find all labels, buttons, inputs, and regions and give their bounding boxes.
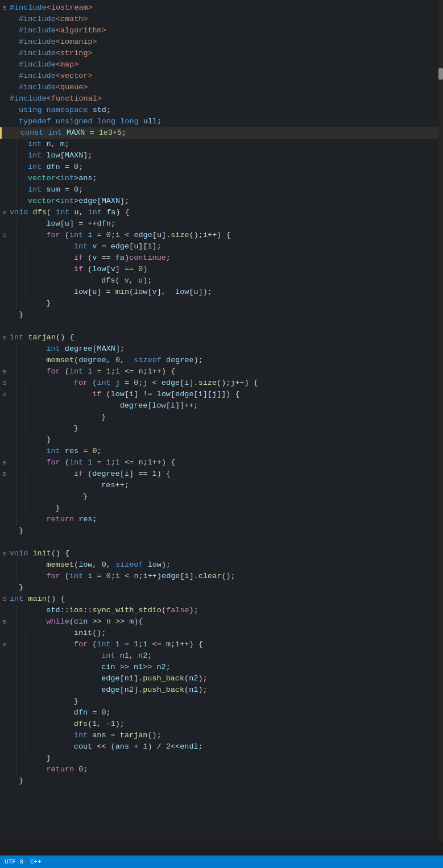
code-token: }: [35, 502, 443, 514]
code-token: if (v == fa)continue;: [35, 252, 443, 264]
code-token: }: [16, 525, 443, 537]
indent-guide: [7, 673, 16, 684]
indent-guide: [7, 36, 16, 48]
code-token: #include<string>: [16, 48, 443, 59]
indent-guide: [26, 423, 35, 434]
code-line: ⊟ for (int i = 1;i <= n;i++) {: [0, 457, 443, 468]
indent-guide: [7, 59, 16, 70]
indent-guide: [7, 116, 16, 127]
fold-collapse-icon[interactable]: ⊟: [2, 230, 7, 241]
code-editor[interactable]: ⊟#include<iostream> #include<cmath> #inc…: [0, 0, 443, 841]
indent-guide: [16, 719, 26, 730]
scrollbar[interactable]: [438, 0, 443, 841]
code-line: int ans = tarjan();: [0, 730, 443, 741]
code-token: int dfn = 0;: [26, 161, 443, 173]
code-line: }: [0, 491, 443, 502]
code-token: low[u] = min(low[v], low[u]);: [35, 286, 443, 298]
code-token: }: [26, 434, 443, 446]
code-token: if (low[v] == 0): [35, 264, 443, 275]
code-token: memset(low, 0, sizeof low);: [26, 559, 443, 571]
code-token: void init() {: [7, 548, 443, 559]
code-token: int ans = tarjan();: [35, 730, 443, 741]
code-token: #include<iostream>: [7, 2, 443, 14]
indent-guide: [7, 48, 16, 59]
indent-guide: [7, 298, 16, 309]
code-line: }: [0, 309, 443, 321]
indent-guide: [16, 684, 26, 696]
indent-guide: [7, 105, 16, 116]
fold-collapse-icon[interactable]: ⊟: [2, 389, 7, 400]
code-token: #include<iomanip>: [16, 36, 443, 48]
code-line: int low[MAXN];: [0, 150, 443, 161]
indent-guide: [7, 70, 16, 82]
code-line: #include<queue>: [0, 82, 443, 93]
code-line: ⊟ for (int i = 1;i <= m;i++) {: [0, 639, 443, 650]
code-token: }: [16, 582, 443, 593]
fold-collapse-icon[interactable]: ⊟: [2, 366, 7, 377]
indent-guide: [7, 252, 16, 264]
code-token: res++;: [44, 480, 443, 491]
code-line: #include<iomanip>: [0, 36, 443, 48]
fold-collapse-icon[interactable]: ⊟: [2, 468, 7, 480]
fold-collapse-icon[interactable]: ⊟: [2, 377, 7, 389]
fold-collapse-icon[interactable]: ⊟: [2, 207, 7, 218]
indent-guide: [16, 628, 26, 639]
code-line: int sum = 0;: [0, 184, 443, 196]
indent-guide: [7, 139, 16, 150]
indent-guide: [26, 468, 35, 480]
fold-collapse-icon[interactable]: ⊟: [2, 593, 7, 605]
indent-guide: [26, 730, 35, 741]
code-token: dfn = 0;: [35, 707, 443, 719]
indent-guide: [26, 684, 35, 696]
code-token: #include<vector>: [16, 70, 443, 82]
scroll-thumb[interactable]: [438, 68, 443, 80]
indent-guide: [16, 423, 26, 434]
code-token: if (degree[i] == 1) {: [35, 468, 443, 480]
code-token: low[u] = ++dfn;: [26, 218, 443, 230]
code-token: std::ios::sync_with_stdio(false);: [26, 605, 443, 616]
fold-collapse-icon[interactable]: ⊟: [2, 548, 7, 559]
indent-guide: [26, 673, 35, 684]
code-line: memset(degree, 0, sizeof degree);: [0, 355, 443, 366]
indent-guide: [16, 400, 26, 412]
fold-collapse-icon[interactable]: ⊟: [2, 639, 7, 650]
indent-guide: [16, 616, 26, 628]
indent-guide: [16, 764, 26, 775]
indent-guide: [7, 230, 16, 241]
code-line: ⊟ if (degree[i] == 1) {: [0, 468, 443, 480]
indent-guide: [7, 696, 16, 707]
indent-guide: [7, 286, 16, 298]
code-line: [0, 321, 443, 332]
fold-collapse-icon[interactable]: ⊟: [2, 2, 7, 14]
code-token: }: [35, 696, 443, 707]
code-token: #include<queue>: [16, 82, 443, 93]
fold-collapse-icon[interactable]: ⊟: [2, 616, 7, 628]
indent-guide: [7, 218, 16, 230]
fold-collapse-icon[interactable]: ⊟: [2, 332, 7, 343]
code-line: return res;: [0, 514, 443, 525]
code-line: low[u] = ++dfn;: [0, 218, 443, 230]
indent-guide: [7, 707, 16, 719]
indent-guide: [16, 480, 26, 491]
code-line: ⊟ for (int i = 1;i <= n;i++) {: [0, 366, 443, 377]
indent-guide: [7, 309, 16, 321]
code-line: if (v == fa)continue;: [0, 252, 443, 264]
indent-guide: [7, 730, 16, 741]
indent-guide: [7, 468, 16, 480]
code-token: vector<int>edge[MAXN];: [26, 196, 443, 207]
indent-guide: [16, 491, 26, 502]
code-line: ⊟int main() {: [0, 593, 443, 605]
indent-guide: [26, 719, 35, 730]
code-line: #include<vector>: [0, 70, 443, 82]
indent-guide: [16, 639, 26, 650]
indent-guide: [16, 241, 26, 252]
code-line: init();: [0, 628, 443, 639]
indent-guide: [16, 196, 26, 207]
code-token: void dfs( int u, int fa) {: [7, 207, 443, 218]
code-line: #include<algorithm>: [0, 25, 443, 36]
code-line: using namespace std;: [0, 105, 443, 116]
indent-guide: [9, 127, 18, 139]
status-language: C++: [30, 858, 42, 865]
fold-collapse-icon[interactable]: ⊟: [2, 457, 7, 468]
indent-guide: [16, 741, 26, 753]
